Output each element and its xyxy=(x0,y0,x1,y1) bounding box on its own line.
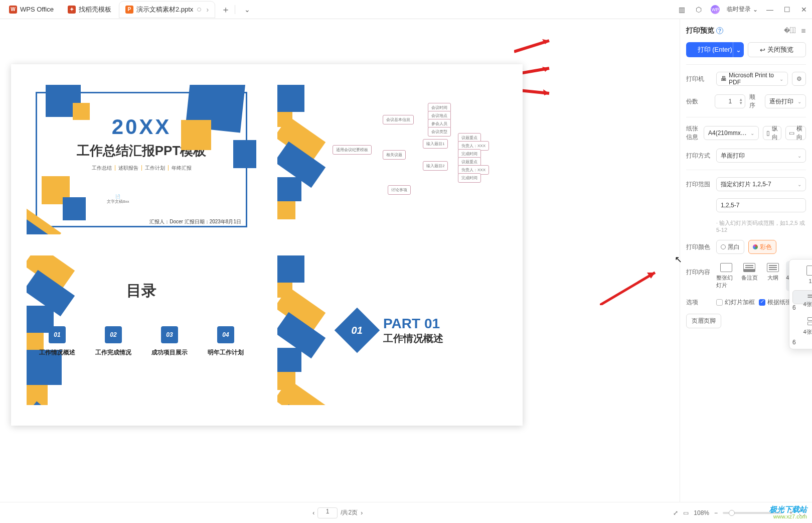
slide1-title: 工作总结汇报PPT模板 xyxy=(27,142,256,160)
page-number-input[interactable]: 1 xyxy=(317,507,338,518)
annotation-arrow-1 xyxy=(514,39,554,54)
collate-value: 逐份打印 xyxy=(769,97,793,106)
tab-document[interactable]: P 演示文稿素材2.pptx › xyxy=(119,2,215,18)
fit-page-icon[interactable]: ⤢ xyxy=(673,509,678,516)
spin-down-icon[interactable]: ▼ xyxy=(739,101,743,105)
tab-templates-label: 找稻壳模板 xyxy=(79,5,111,14)
order-label: 顺序 xyxy=(749,93,761,110)
chevron-down-icon: ⌄ xyxy=(797,153,801,159)
user-avatar-icon[interactable]: WP xyxy=(711,5,720,14)
tab-app-label: WPS Office xyxy=(20,6,54,13)
handout-4h-side: 6 xyxy=(792,304,796,311)
printer-label: 打印机 xyxy=(686,75,712,83)
slide3-items: 01工作情况概述 02工作完成情况 03成功项目展示 04明年工作计划 xyxy=(27,326,256,357)
print-preview-canvas: 20XX 工作总结汇报PPT模板 工作总结述职报告工作计划年终汇报 📄文字文稿8… xyxy=(0,19,680,502)
tab-templates[interactable]: ✦ 找稻壳模板 xyxy=(62,2,117,18)
printer-select[interactable]: 🖶Microsoft Print to PDF ⌄ xyxy=(716,72,788,86)
duplex-label: 打印方式 xyxy=(686,152,712,160)
mind-c: 讨论事项 xyxy=(388,185,411,195)
slide4-cn: 工作情况概述 xyxy=(383,332,443,345)
close-preview-button[interactable]: ↩ 关闭预览 xyxy=(748,42,806,57)
color-label: 打印颜色 xyxy=(686,243,712,251)
new-tab-button[interactable]: ＋ xyxy=(220,4,232,16)
zoom-thumb[interactable] xyxy=(729,510,735,516)
print-dropdown-icon[interactable]: ⌄ xyxy=(733,42,744,57)
zoom-value: 108% xyxy=(694,509,709,516)
copies-label: 份数 xyxy=(686,97,711,106)
window-maximize-icon[interactable]: ☐ xyxy=(782,5,792,15)
range-input-value: 1,2,5-7 xyxy=(721,202,739,209)
docer-icon: ✦ xyxy=(68,6,76,14)
chevron-down-icon: ⌄ xyxy=(797,182,801,187)
mouse-cursor-icon: ↖ xyxy=(675,254,682,265)
content-label: 打印内容 xyxy=(686,261,712,277)
options-label: 选项 xyxy=(686,298,712,307)
tab-document-label: 演示文稿素材2.pptx xyxy=(136,5,193,14)
page-prev-button[interactable]: ‹ xyxy=(312,509,314,516)
slide4-num: 01 xyxy=(335,308,380,353)
orientation-landscape[interactable]: ▭横向 xyxy=(785,126,806,140)
watermark-url: www.xz7.com xyxy=(769,513,807,520)
watermark-title: 极光下载站 xyxy=(769,506,807,513)
chevron-down-icon: ⌄ xyxy=(750,130,754,136)
bw-icon xyxy=(721,244,726,249)
copies-input[interactable]: 1▲▼ xyxy=(715,94,745,108)
tab-menu-button[interactable]: ⌄ xyxy=(241,4,253,16)
tab-app[interactable]: W WPS Office xyxy=(3,2,60,18)
slide-3: 目录 01工作情况概述 02工作完成情况 03成功项目展示 04明年工作计划 xyxy=(26,255,257,406)
slide3-title: 目录 xyxy=(27,281,256,301)
title-bar: W WPS Office ✦ 找稻壳模板 P 演示文稿素材2.pptx › ＋ … xyxy=(0,0,812,19)
window-minimize-icon[interactable]: — xyxy=(765,5,775,15)
mind-b1: 输入题目1 xyxy=(423,139,448,149)
reading-layout-icon[interactable]: ▥ xyxy=(677,5,687,15)
header-footer-button[interactable]: 页眉页脚 xyxy=(686,314,721,328)
mind-a: 会议基本信息 xyxy=(383,115,414,124)
preview-page: 20XX 工作总结汇报PPT模板 工作总结述职报告工作计划年终汇报 📄文字文稿8… xyxy=(11,64,523,426)
mind-b2c: 完成时间 xyxy=(458,173,481,183)
content-opt-full[interactable]: 整张幻灯片 xyxy=(716,261,736,291)
handout-layout-popover: 1张 4张水平6 4张垂直6 xyxy=(789,259,812,349)
slide-2: 通用会议纪要模板 会议基本信息 会议时间 会议地点 参会人员 会议类型 相关议题… xyxy=(277,84,508,235)
divider xyxy=(235,5,235,14)
ppt-file-icon: P xyxy=(125,6,133,14)
cube-icon[interactable]: ⬡ xyxy=(694,5,704,15)
watermark: 极光下载站 www.xz7.com xyxy=(769,506,807,520)
paper-label: 纸张信息 xyxy=(686,124,700,142)
zoom-out-button[interactable]: − xyxy=(714,509,718,516)
printer-settings-button[interactable]: ⚙ xyxy=(792,72,806,86)
help-icon[interactable]: ? xyxy=(716,27,723,34)
color-color-option[interactable]: 彩色 xyxy=(748,240,776,254)
content-opt-notes[interactable]: 备注页 xyxy=(739,261,759,291)
content-opt-outline[interactable]: 大纲 xyxy=(763,261,783,291)
color-bw-option[interactable]: 黑白 xyxy=(716,240,744,254)
close-icon: ↩ xyxy=(760,46,765,54)
login-button[interactable]: 临时登录⌄ xyxy=(727,5,758,14)
fit-width-icon[interactable]: ▭ xyxy=(683,509,689,516)
range-input[interactable]: 1,2,5-7 xyxy=(716,198,806,212)
printer-value: Microsoft Print to PDF xyxy=(729,72,779,86)
chevron-down-icon: ⌄ xyxy=(797,99,801,104)
handout-opt-4v[interactable]: 4张垂直 xyxy=(792,313,812,339)
page-next-button[interactable]: › xyxy=(361,509,363,516)
duplex-select[interactable]: 单面打印⌄ xyxy=(716,149,806,163)
layout-swap-icon[interactable]: �⿲ xyxy=(784,27,796,34)
handout-opt-4h[interactable]: 4张水平 xyxy=(792,290,812,304)
panel-settings-icon[interactable]: ≣ xyxy=(801,27,806,34)
tab-close-icon[interactable]: › xyxy=(206,6,209,14)
range-select[interactable]: 指定幻灯片 1,2,5-7⌄ xyxy=(716,177,806,191)
print-button[interactable]: 打印 (Enter) ⌄ xyxy=(686,42,744,57)
handout-opt-1[interactable]: 1张 xyxy=(792,263,812,288)
mind-b2: 输入题目2 xyxy=(423,161,448,171)
orientation-portrait[interactable]: ▯纵向 xyxy=(763,126,781,140)
copies-value: 1 xyxy=(728,98,732,105)
window-close-icon[interactable]: ✕ xyxy=(799,5,809,15)
close-preview-label: 关闭预览 xyxy=(767,45,793,54)
collate-select[interactable]: 逐份打印⌄ xyxy=(765,94,806,108)
header-footer-label: 页眉页脚 xyxy=(692,317,716,324)
paper-size-select[interactable]: A4(210mmx…⌄ xyxy=(704,126,759,140)
gear-icon: ⚙ xyxy=(796,75,802,82)
page-navigator: ‹ 1 /共2页 › xyxy=(312,507,363,518)
print-button-label: 打印 (Enter) xyxy=(698,45,732,54)
option-slide-frame[interactable]: 幻灯片加框 xyxy=(716,298,755,307)
slide4-en: PART 01 xyxy=(383,316,443,332)
